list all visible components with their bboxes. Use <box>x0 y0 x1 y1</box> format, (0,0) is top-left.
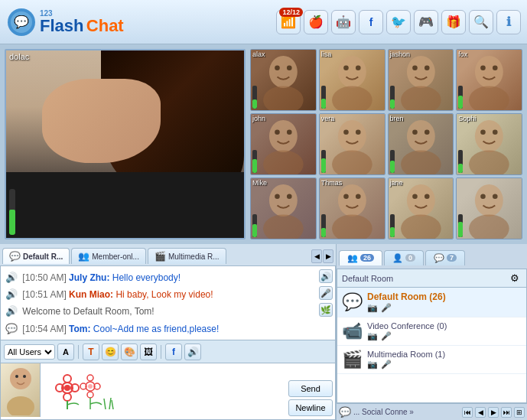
svg-point-41 <box>343 194 349 199</box>
emoji-btn[interactable]: 😊 <box>102 343 119 360</box>
room-item-videoconf[interactable]: 📹 Video Conference (0) 📷 🎤 <box>337 317 526 346</box>
video-thumb-3[interactable]: jashon <box>388 49 454 111</box>
video-thumb-6[interactable]: vera <box>319 113 385 175</box>
user-filter-select[interactable]: All Users <box>4 344 55 360</box>
bb-prev-btn[interactable]: ◀ <box>475 407 486 418</box>
multimedia-mic-icon: 🎤 <box>381 360 392 370</box>
video-thumb-11[interactable]: jane <box>388 177 454 239</box>
game-btn[interactable]: 🎮 <box>414 10 438 34</box>
tab-member-online[interactable]: 👥 Member-onl... <box>71 248 146 264</box>
users-count: 26 <box>360 254 374 262</box>
main-video[interactable]: dolac <box>5 49 246 239</box>
svg-point-45 <box>412 194 418 199</box>
audio-share-btn[interactable]: 🔊 <box>184 343 201 360</box>
thumb-feed-1 <box>251 50 316 110</box>
text-format-btn[interactable]: T <box>83 343 99 360</box>
video-thumb-10[interactable]: Thmas <box>319 177 385 239</box>
bottom-bar: 💬 ... Social Conne » ⏮ ◀ ▶ ⏭ ⊞ <box>337 403 527 420</box>
default-tab-icon: 💬 <box>9 251 21 262</box>
facebook-btn[interactable]: f <box>359 10 383 34</box>
smile-btn[interactable]: 🌿 <box>319 303 333 317</box>
chat-messages[interactable]: 🔊 [10:50 AM] July Zhu: Hello everybody! … <box>0 265 336 340</box>
member-tab-icon: 👥 <box>78 251 89 262</box>
send-button[interactable]: Send <box>288 380 333 397</box>
android-btn[interactable]: 🤖 <box>331 10 356 34</box>
svg-point-64 <box>87 392 93 398</box>
facebook-share-btn[interactable]: f <box>165 343 182 360</box>
thumb-label-3: jashon <box>390 50 411 58</box>
svg-point-15 <box>475 56 503 88</box>
logo-text: 123 Flash Chat <box>40 9 124 34</box>
video-thumb-5[interactable]: john <box>250 113 317 175</box>
tab-prev-btn[interactable]: ◀ <box>311 249 322 263</box>
default-room-name: Default Room (26) <box>367 291 522 302</box>
mic-btn[interactable]: 🎤 <box>319 286 333 300</box>
image-btn[interactable]: 🖼 <box>140 343 157 360</box>
svg-point-60 <box>64 385 70 391</box>
svg-point-40 <box>332 214 372 239</box>
room-item-default[interactable]: 💬 Default Room (26) 📷 🎤 <box>337 288 526 317</box>
bb-next-btn[interactable]: ▶ <box>488 407 499 418</box>
search-btn[interactable]: 🔍 <box>469 10 493 34</box>
volume-btn[interactable]: 🔊 <box>319 269 333 283</box>
apple-btn[interactable]: 🍎 <box>304 10 328 34</box>
tab-next-btn[interactable]: ▶ <box>323 249 333 263</box>
tab-default-room[interactable]: 💬 Default R... <box>2 248 70 264</box>
thumb-feed-4 <box>457 50 522 110</box>
notification-btn[interactable]: 📶 12/12 <box>276 10 301 34</box>
gift-btn[interactable]: 🎁 <box>441 10 466 34</box>
logo-icon: 💬 <box>6 7 37 37</box>
svg-point-33 <box>480 129 486 135</box>
video-thumb-8[interactable]: Sophi <box>456 113 522 175</box>
chat-area: 💬 Default R... 👥 Member-onl... 🎬 Multime… <box>0 244 337 420</box>
svg-point-8 <box>332 86 372 110</box>
video-thumb-1[interactable]: alax <box>250 49 317 111</box>
facebook-icon: f <box>369 16 373 28</box>
friends-count: 0 <box>405 254 415 262</box>
thumb-level-3 <box>390 99 395 109</box>
toolbar-divider-2 <box>161 345 161 359</box>
svg-point-25 <box>343 129 349 135</box>
info-btn[interactable]: ℹ <box>496 10 521 34</box>
bb-expand-btn[interactable]: ⊞ <box>514 407 525 418</box>
thumb-level-11 <box>390 227 395 237</box>
svg-point-46 <box>424 194 429 199</box>
msg3-text: Cool~Add me as friend,please! <box>93 324 219 334</box>
room-list[interactable]: 💬 Default Room (26) 📷 🎤 📹 Video Conferen… <box>337 287 527 403</box>
svg-point-24 <box>332 150 372 174</box>
newline-button[interactable]: Newline <box>288 399 333 416</box>
tab-multimedia-room[interactable]: 🎬 Multimedia R... <box>148 248 226 264</box>
thumb-feed-6 <box>320 114 385 174</box>
chat-message-2: 🔊 [10:51 AM] Kun Miao: Hi baby, Look my … <box>5 286 330 303</box>
thumb-bar-6 <box>321 150 326 173</box>
svg-point-22 <box>287 129 292 135</box>
bb-last-btn[interactable]: ⏭ <box>501 407 512 418</box>
bb-first-btn[interactable]: ⏮ <box>462 407 473 418</box>
svg-point-29 <box>412 129 418 135</box>
room-item-multimedia[interactable]: 🎬 Multimedia Room (1) 📷 🎤 <box>337 346 526 374</box>
tab-users[interactable]: 👥 26 <box>339 250 382 265</box>
tab-friends[interactable]: 👤 0 <box>384 250 424 265</box>
font-size-btn[interactable]: A <box>57 343 74 360</box>
video-thumb-12[interactable] <box>456 177 522 239</box>
video-thumb-9[interactable]: Mike <box>250 177 317 239</box>
thumb-bar-8 <box>458 150 463 173</box>
video-thumb-4[interactable]: fox <box>456 49 522 111</box>
svg-point-48 <box>469 214 509 239</box>
thumb-label-5: john <box>252 115 265 122</box>
bb-chat-icon: 💬 <box>339 406 351 418</box>
tab-messages[interactable]: 💬 7 <box>425 250 465 265</box>
color-btn[interactable]: 🎨 <box>121 343 138 360</box>
twitter-btn[interactable]: 🐦 <box>386 10 411 34</box>
multimedia-room-name: Multimedia Room (1) <box>367 350 522 359</box>
thumb-label-2: lisa <box>321 50 332 58</box>
video-thumb-2[interactable]: lisa <box>319 49 385 111</box>
default-room-sub: 📷 🎤 <box>367 303 522 313</box>
video-thumb-7[interactable]: bren <box>388 113 454 175</box>
thumb-bar-9 <box>252 214 257 237</box>
thumb-bar-4 <box>458 86 463 109</box>
chat-toolbar: All Users A T 😊 🎨 🖼 f 🔊 <box>0 340 336 363</box>
room-settings-btn[interactable]: ⚙ <box>508 272 522 285</box>
avatar-image <box>3 365 38 415</box>
thumb-label-8: Sophi <box>458 115 476 122</box>
